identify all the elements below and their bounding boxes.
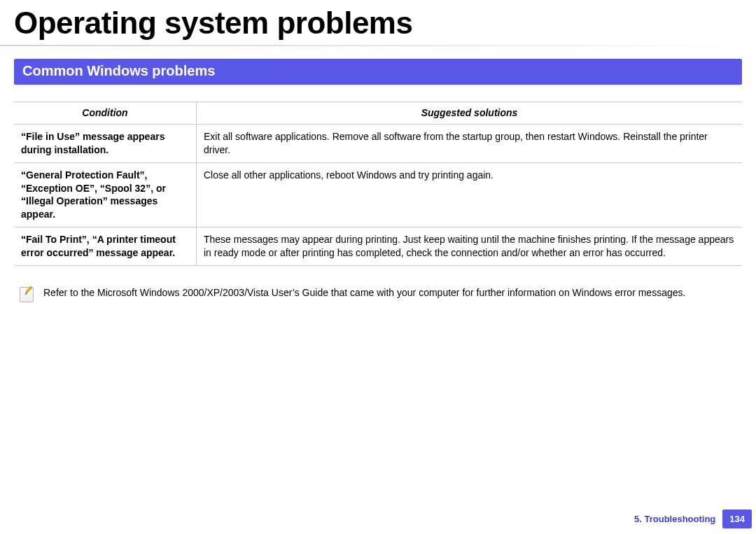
page-title: Operating system problems xyxy=(14,6,756,41)
condition-cell: “File in Use” message appears during ins… xyxy=(14,124,197,162)
pencil-note-icon xyxy=(20,287,34,302)
table-row: “File in Use” message appears during ins… xyxy=(14,124,742,162)
note: Refer to the Microsoft Windows 2000/XP/2… xyxy=(20,287,742,302)
solution-cell: These messages may appear during printin… xyxy=(197,227,743,266)
footer-chapter: 5. Troubleshooting xyxy=(627,510,722,528)
footer: 5. Troubleshooting 134 xyxy=(627,510,756,528)
header-solutions: Suggested solutions xyxy=(197,102,743,125)
table-row: “Fail To Print”, “A printer timeout erro… xyxy=(14,227,742,266)
section-heading: Common Windows problems xyxy=(14,59,742,85)
footer-page-number: 134 xyxy=(722,510,752,528)
condition-cell: “Fail To Print”, “A printer timeout erro… xyxy=(14,227,197,266)
solution-cell: Exit all software applications. Remove a… xyxy=(197,124,743,162)
header-condition: Condition xyxy=(14,102,197,125)
condition-cell: “General Protection Fault”, “Exception O… xyxy=(14,162,197,227)
table-header-row: Condition Suggested solutions xyxy=(14,102,742,125)
note-text: Refer to the Microsoft Windows 2000/XP/2… xyxy=(43,287,685,298)
title-underline xyxy=(0,45,756,46)
table-row: “General Protection Fault”, “Exception O… xyxy=(14,162,742,227)
solution-cell: Close all other applications, reboot Win… xyxy=(197,162,743,227)
problems-table: Condition Suggested solutions “File in U… xyxy=(14,101,742,266)
